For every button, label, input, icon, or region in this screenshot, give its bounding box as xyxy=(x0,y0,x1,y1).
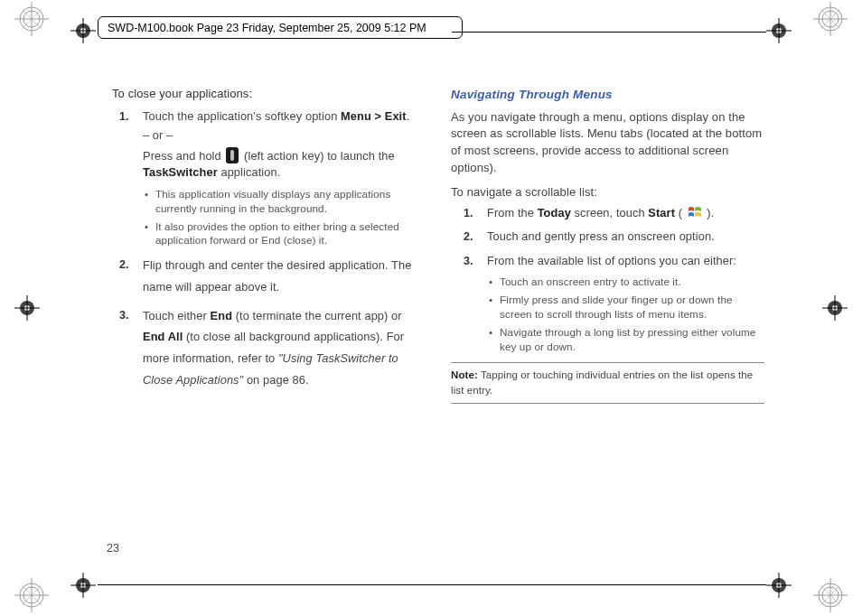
step-1-notes: This application visually displays any a… xyxy=(143,187,420,247)
nav-step-1: 1. From the Today screen, touch Start ( … xyxy=(451,205,764,222)
step-1-note-b: It also provides the option to either br… xyxy=(143,219,420,248)
crop-mark-icon xyxy=(70,573,96,598)
step-3: 3. Touch either End (to terminate the cu… xyxy=(107,305,420,391)
crop-mark-icon xyxy=(766,18,792,43)
nav-para-2: To navigate a scrollable list: xyxy=(451,184,764,201)
note-label: Note: xyxy=(451,369,478,380)
action-key-icon xyxy=(226,147,239,163)
nav-step-2: 2. Touch and gently press an onscreen op… xyxy=(451,229,764,246)
registration-mark-icon xyxy=(14,2,49,36)
header-rule xyxy=(452,32,766,33)
note-text: Tapping or touching individual entries o… xyxy=(451,369,753,396)
step-number: 3. xyxy=(119,305,129,326)
step-1: 1. Touch the application's softkey optio… xyxy=(107,108,420,247)
step-number: 2. xyxy=(464,229,473,245)
nav-step-3-opt-b: Firmly press and slide your finger up or… xyxy=(487,293,764,322)
crop-mark-icon xyxy=(14,295,40,321)
registration-mark-icon xyxy=(813,578,848,612)
left-column: To close your applications: 1. Touch the… xyxy=(107,86,420,535)
step-1-or: – or – xyxy=(143,127,420,145)
nav-step-3: 3. From the available list of options yo… xyxy=(451,253,764,354)
page-number: 23 xyxy=(107,540,119,556)
step-number: 3. xyxy=(464,253,473,269)
page-content: To close your applications: 1. Touch the… xyxy=(107,86,764,535)
running-header: SWD-M100.book Page 23 Friday, September … xyxy=(98,16,463,39)
nav-step-3-opt-c: Navigate through a long list by pressing… xyxy=(487,325,764,354)
footer-rule xyxy=(98,584,766,585)
nav-step-3-options: Touch an onscreen entry to activate it. … xyxy=(487,275,764,353)
step-1-line-b: Press and hold (left action key) to laun… xyxy=(143,147,420,182)
registration-mark-icon xyxy=(14,578,49,612)
step-1-line-a: Touch the application's softkey option M… xyxy=(143,109,409,123)
nav-step-3-opt-a: Touch an onscreen entry to activate it. xyxy=(487,275,764,289)
right-column: Navigating Through Menus As you navigate… xyxy=(451,86,764,535)
registration-mark-icon xyxy=(813,2,848,36)
section-title: Navigating Through Menus xyxy=(451,86,764,104)
step-number: 1. xyxy=(119,108,129,125)
crop-mark-icon xyxy=(766,573,792,598)
windows-start-icon xyxy=(688,206,702,219)
step-1-note-a: This application visually displays any a… xyxy=(143,187,420,216)
step-number: 1. xyxy=(464,205,473,221)
crop-mark-icon xyxy=(822,295,848,321)
nav-para-1: As you navigate through a menu, options … xyxy=(451,109,764,177)
step-number: 2. xyxy=(119,255,129,275)
crop-mark-icon xyxy=(70,18,96,43)
close-apps-intro: To close your applications: xyxy=(112,86,420,103)
step-2: 2. Flip through and center the desired a… xyxy=(107,255,420,297)
note-block: Note: Tapping or touching individual ent… xyxy=(451,362,764,403)
